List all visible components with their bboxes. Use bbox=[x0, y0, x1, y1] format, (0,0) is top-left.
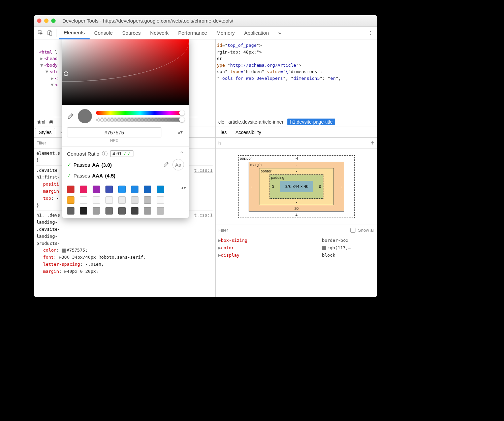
subtab-properties[interactable]: ies bbox=[217, 128, 230, 137]
palette-swatch[interactable] bbox=[67, 196, 74, 204]
saturation-field[interactable] bbox=[62, 39, 189, 105]
palette-swatch[interactable] bbox=[80, 207, 87, 215]
filter-label[interactable]: Filter bbox=[218, 228, 228, 233]
alpha-slider[interactable] bbox=[96, 118, 184, 122]
eyedropper-icon[interactable] bbox=[67, 113, 74, 120]
palette: ▴▾ bbox=[62, 182, 189, 218]
palette-swatch[interactable] bbox=[93, 196, 100, 204]
check-icon: ✓ bbox=[67, 162, 71, 168]
current-color-swatch bbox=[78, 109, 92, 123]
palette-swatch[interactable] bbox=[144, 207, 151, 215]
check-icon: ✓ bbox=[67, 172, 71, 179]
palette-swatch[interactable] bbox=[131, 196, 138, 204]
crumb[interactable]: cle bbox=[218, 119, 224, 125]
palette-swatch[interactable] bbox=[157, 207, 164, 215]
palette-swatch[interactable] bbox=[131, 207, 138, 215]
svg-rect-2 bbox=[50, 32, 52, 35]
hue-slider[interactable] bbox=[96, 111, 184, 115]
eyedropper-small-icon[interactable] bbox=[163, 161, 169, 168]
tab-memory[interactable]: Memory bbox=[212, 27, 240, 39]
tab-network[interactable]: Network bbox=[146, 27, 174, 39]
crumb[interactable]: article.devsite-article-inner bbox=[228, 119, 283, 125]
show-all-checkbox[interactable] bbox=[350, 228, 355, 233]
palette-swatch[interactable] bbox=[118, 207, 126, 215]
palette-swatch[interactable] bbox=[157, 186, 164, 193]
show-all-label: Show all bbox=[358, 228, 375, 233]
palette-swatch[interactable] bbox=[80, 186, 87, 193]
format-label: HEX bbox=[67, 138, 161, 143]
titlebar: Developer Tools - https://developers.goo… bbox=[34, 15, 377, 27]
palette-swatch[interactable] bbox=[67, 186, 74, 193]
box-model[interactable]: position -4 4 margin - 20 - - border - bbox=[216, 149, 377, 225]
computed-filter-bar: Filter Show all bbox=[216, 225, 377, 235]
palette-swatch[interactable] bbox=[144, 186, 151, 193]
window-title: Developer Tools - https://developers.goo… bbox=[62, 18, 233, 24]
contrast-value: 4.61 ✓✓ bbox=[110, 150, 133, 157]
palette-swatch[interactable] bbox=[118, 186, 126, 193]
filter-label[interactable]: Filter bbox=[36, 140, 46, 145]
palette-swatch[interactable] bbox=[157, 196, 164, 204]
palette-swatch[interactable] bbox=[118, 196, 126, 204]
contrast-section: Contrast Ratio i 4.61 ✓✓ ⌃ ✓ Passes AA (… bbox=[62, 147, 189, 182]
tab-performance[interactable]: Performance bbox=[174, 27, 212, 39]
add-rule-icon[interactable]: + bbox=[371, 139, 375, 147]
palette-swatch[interactable] bbox=[80, 196, 87, 204]
computed-subtabs: ies Accessibility bbox=[216, 127, 377, 138]
dom-overflow: id="top_of_page">rgin-top: 48px;">erype=… bbox=[216, 39, 377, 117]
palette-swatch[interactable] bbox=[105, 196, 113, 204]
tab-console[interactable]: Console bbox=[90, 27, 118, 39]
palette-switch-icon[interactable]: ▴▾ bbox=[181, 185, 186, 190]
subtab-accessibility[interactable]: Accessibility bbox=[232, 128, 265, 137]
tab-overflow-icon[interactable]: » bbox=[274, 27, 286, 39]
palette-swatch[interactable] bbox=[144, 196, 151, 204]
crumb[interactable]: html bbox=[36, 119, 45, 125]
tab-application[interactable]: Application bbox=[240, 27, 274, 39]
close-icon[interactable] bbox=[37, 19, 41, 23]
computed-list[interactable]: ▶ box-sizingborder-box▶ colorrgb(117,…▶ … bbox=[216, 235, 377, 260]
tab-sources[interactable]: Sources bbox=[118, 27, 146, 39]
subtab-styles[interactable]: Styles bbox=[35, 128, 55, 137]
info-icon[interactable]: i bbox=[102, 151, 107, 156]
inspect-icon[interactable] bbox=[36, 28, 45, 38]
sv-cursor[interactable] bbox=[64, 71, 68, 76]
tab-elements[interactable]: Elements bbox=[59, 27, 90, 39]
minimize-icon[interactable] bbox=[44, 19, 49, 23]
text-sample-icon[interactable]: Aa bbox=[172, 159, 184, 170]
format-switch-icon[interactable]: ▴▾ bbox=[178, 129, 183, 135]
hex-input[interactable] bbox=[67, 127, 161, 137]
palette-swatch[interactable] bbox=[131, 186, 138, 193]
collapse-icon[interactable]: ⌃ bbox=[180, 151, 184, 157]
color-picker: HEX ▴▾ Contrast Ratio i 4.61 ✓✓ ⌃ ✓ Pass… bbox=[62, 39, 189, 218]
palette-swatch[interactable] bbox=[93, 186, 100, 193]
palette-swatch[interactable] bbox=[67, 207, 74, 215]
crumb[interactable]: #t bbox=[49, 119, 53, 125]
device-toggle-icon[interactable] bbox=[45, 28, 55, 38]
styles-extra-bar: ls + bbox=[216, 138, 377, 149]
maximize-icon[interactable] bbox=[51, 19, 56, 23]
main-toolbar: Elements Console Sources Network Perform… bbox=[34, 27, 377, 39]
palette-swatch[interactable] bbox=[105, 207, 113, 215]
palette-swatch[interactable] bbox=[105, 186, 113, 193]
contrast-label: Contrast Ratio bbox=[67, 151, 99, 157]
devtools-window: Developer Tools - https://developers.goo… bbox=[34, 15, 377, 297]
crumb-selected[interactable]: h1.devsite-page-title bbox=[287, 119, 335, 125]
box-model-content: 676.344 × 40 bbox=[280, 181, 313, 192]
palette-swatch[interactable] bbox=[93, 207, 100, 215]
breadcrumbs-right[interactable]: cle article.devsite-article-inner h1.dev… bbox=[216, 117, 377, 127]
kebab-menu-icon[interactable]: ⋮ bbox=[366, 28, 375, 38]
